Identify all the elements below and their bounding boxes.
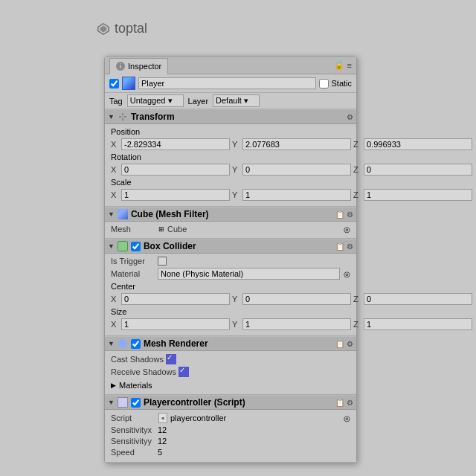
center-label: Center [111, 282, 135, 291]
mesh-filter-foldout[interactable]: ▼ [108, 210, 115, 218]
receive-shadows-checkbox[interactable] [178, 367, 189, 377]
mesh-renderer-settings-icon[interactable]: ⚙ [347, 340, 353, 348]
rotation-y-input[interactable] [242, 164, 351, 176]
script-section-header[interactable]: ▼ Playercontroller (Script) 📋 ⚙ [105, 395, 356, 410]
position-y-input[interactable]: 2.077683 [242, 138, 351, 150]
transform-title: Transform [131, 112, 344, 122]
position-y-group: Y 2.077683 [232, 138, 351, 150]
position-x-input[interactable]: -2.829334 [121, 138, 230, 150]
menu-icon[interactable]: ≡ [347, 61, 352, 70]
lock-icon[interactable]: 🔒 [334, 60, 344, 70]
speed-row: Speed 5 [111, 448, 350, 457]
inspector-tab[interactable]: i Inspector [109, 58, 168, 74]
mesh-renderer-foldout[interactable]: ▼ [108, 340, 115, 347]
center-y-label: Y [232, 295, 241, 303]
cast-shadows-row: Cast Shadows [111, 354, 350, 364]
rotation-y-group: Y [232, 164, 351, 176]
transform-settings-icon[interactable]: ⚙ [347, 113, 353, 121]
static-checkbox[interactable] [319, 79, 329, 89]
sensitivityx-row: Sensitivityx 12 [111, 425, 350, 434]
position-y-label: Y [232, 140, 241, 149]
material-input[interactable]: None (Physic Material) [158, 268, 340, 280]
script-ref-icon[interactable]: 📋 [335, 399, 344, 407]
center-z-label: Z [353, 295, 362, 303]
script-doc-icon: ≡ [158, 413, 167, 423]
mesh-label: Mesh [111, 225, 155, 234]
mesh-row: Mesh ⊞ Cube ◎ [111, 225, 350, 234]
size-z-input[interactable] [364, 318, 472, 330]
center-x-input[interactable] [121, 293, 230, 305]
box-collider-btns: 📋 ⚙ [335, 242, 353, 251]
size-z-group: Z [353, 318, 472, 330]
mesh-renderer-content: Cast Shadows Receive Shadows ▶ Materials [105, 351, 356, 395]
material-target-icon[interactable]: ◎ [344, 270, 350, 278]
mesh-filter-icon [118, 209, 128, 219]
center-z-group: Z [353, 293, 472, 305]
tag-label: Tag [109, 97, 123, 106]
center-xyz-row: X Y Z [111, 293, 350, 305]
scale-z-label: Z [353, 190, 362, 199]
static-row: Static [319, 79, 352, 89]
size-label: Size [111, 307, 126, 316]
size-x-input[interactable] [121, 318, 230, 330]
mesh-renderer-icon [118, 338, 128, 349]
mesh-renderer-ref-icon[interactable]: 📋 [335, 340, 344, 348]
rotation-x-input[interactable] [121, 164, 230, 176]
svg-point-4 [121, 115, 124, 118]
box-collider-ref-icon[interactable]: 📋 [335, 242, 344, 251]
box-collider-section-header[interactable]: ▼ Box Collider 📋 ⚙ [105, 239, 356, 254]
size-y-label: Y [232, 320, 241, 329]
cast-shadows-checkbox[interactable] [166, 354, 176, 364]
position-label: Position [111, 127, 140, 136]
mesh-filter-settings-icon[interactable]: ⚙ [347, 210, 353, 219]
materials-label: Materials [119, 381, 152, 390]
materials-row[interactable]: ▶ Materials [111, 379, 350, 391]
position-xyz-row: X -2.829334 Y 2.077683 Z 0.996933 [111, 138, 350, 150]
center-y-input[interactable] [242, 293, 351, 305]
go-active-checkbox[interactable] [109, 79, 119, 89]
rotation-z-group: Z [353, 164, 472, 176]
transform-section-header[interactable]: ▼ Transform ⚙ [105, 109, 356, 124]
script-enabled-checkbox[interactable] [131, 398, 141, 408]
svg-marker-1 [100, 25, 107, 32]
inspector-tab-label: Inspector [128, 62, 161, 71]
transform-foldout[interactable]: ▼ [108, 113, 115, 120]
position-z-input[interactable]: 0.996933 [364, 138, 472, 150]
center-z-input[interactable] [364, 293, 472, 305]
script-icon [118, 397, 128, 408]
scale-y-group: Y [232, 189, 351, 201]
script-settings-icon[interactable]: ⚙ [347, 399, 353, 407]
is-trigger-checkbox[interactable] [158, 257, 167, 266]
mesh-renderer-section-header[interactable]: ▼ Mesh Renderer 📋 ⚙ [105, 336, 356, 351]
box-collider-settings-icon[interactable]: ⚙ [347, 242, 353, 251]
mesh-target-icon[interactable]: ◎ [344, 225, 350, 234]
mesh-filter-section-header[interactable]: ▼ Cube (Mesh Filter) 📋 ⚙ [105, 207, 356, 222]
scale-z-input[interactable] [364, 189, 472, 201]
scale-y-input[interactable] [242, 189, 351, 201]
box-collider-enabled-checkbox[interactable] [131, 242, 141, 251]
rotation-label: Rotation [111, 152, 141, 161]
rotation-z-input[interactable] [364, 164, 472, 176]
layer-dropdown[interactable]: Default ▾ [213, 94, 260, 107]
tag-dropdown[interactable]: Untagged ▾ [127, 94, 184, 107]
go-name-input[interactable]: Player [138, 77, 316, 89]
script-target-icon[interactable]: ◎ [344, 414, 350, 422]
script-label: Script [111, 414, 155, 422]
script-content: Script ≡ playercontroller ◎ Sensitivityx… [105, 410, 356, 463]
scale-y-label: Y [232, 190, 241, 199]
materials-foldout[interactable]: ▶ [111, 382, 116, 389]
rotation-x-group: X [111, 164, 230, 176]
mesh-renderer-enabled-checkbox[interactable] [131, 339, 141, 349]
box-collider-foldout[interactable]: ▼ [108, 242, 115, 250]
size-y-input[interactable] [242, 318, 351, 330]
rotation-z-label: Z [353, 165, 362, 174]
rotation-xyz-row: X Y Z [111, 164, 350, 176]
game-object-row: Player Static [105, 74, 356, 93]
script-value: playercontroller [170, 414, 226, 422]
mesh-filter-ref-icon[interactable]: 📋 [335, 210, 344, 219]
script-foldout[interactable]: ▼ [108, 399, 115, 406]
scale-x-input[interactable] [121, 189, 230, 201]
transform-section-btns: ⚙ [347, 113, 353, 121]
scale-x-label: X [111, 190, 120, 199]
mesh-filter-btns: 📋 ⚙ [335, 210, 353, 219]
